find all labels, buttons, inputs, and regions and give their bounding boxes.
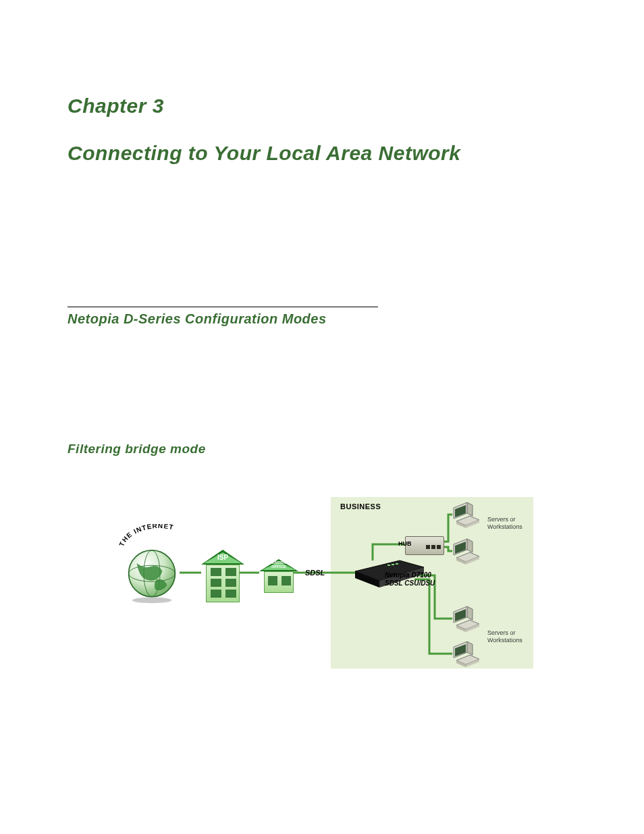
svg-marker-13: [467, 502, 473, 516]
workstation-icon: [452, 501, 487, 529]
workstation-caption: Servers or Workstations: [487, 516, 535, 531]
subsection-heading: Filtering bridge mode: [68, 442, 576, 457]
device-label: Netopia D7100 SDSL CSU/DSU: [385, 571, 466, 588]
sdsl-label: SDSL: [305, 569, 325, 577]
isp-label: ISP: [201, 554, 244, 561]
section-rule: [68, 307, 378, 307]
workstation-icon: [452, 538, 487, 566]
svg-marker-19: [467, 539, 473, 552]
central-office-label: CENTRAL OFFICE: [259, 561, 298, 569]
svg-marker-31: [467, 642, 473, 655]
network-diagram: BUSINESS: [115, 497, 533, 673]
globe-icon: [123, 546, 181, 604]
svg-rect-9: [392, 564, 394, 565]
document-page: Chapter 3 Connecting to Your Local Area …: [0, 0, 644, 834]
workstation-icon: [452, 640, 487, 669]
central-office-icon: CENTRAL OFFICE: [259, 559, 298, 600]
isp-building-icon: ISP: [201, 550, 244, 608]
internet-arc-text: THE INTERNET: [119, 524, 175, 548]
svg-rect-8: [387, 565, 390, 566]
hub-label: HUB: [398, 540, 412, 547]
workstation-caption: Servers or Workstations: [487, 629, 535, 644]
workstation-icon: [452, 605, 487, 633]
svg-rect-10: [396, 563, 398, 565]
chapter-number: Chapter 3: [68, 95, 576, 118]
svg-point-1: [132, 598, 171, 604]
section-heading: Netopia D-Series Configuration Modes: [68, 311, 576, 327]
svg-marker-25: [467, 606, 473, 620]
svg-text:THE INTERNET: THE INTERNET: [119, 524, 175, 548]
chapter-title: Connecting to Your Local Area Network: [68, 142, 576, 165]
